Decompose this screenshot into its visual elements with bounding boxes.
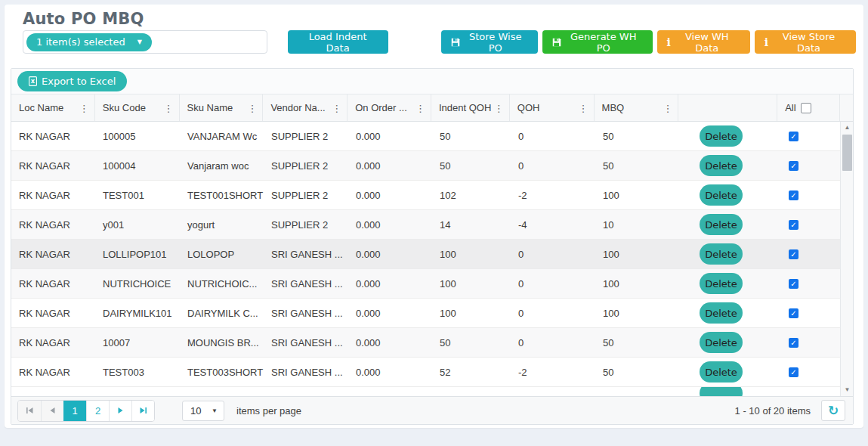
column-menu-icon[interactable]: ⋮: [663, 102, 672, 113]
pager-range-label: 1 - 10 of 20 items: [735, 405, 811, 417]
column-menu-icon[interactable]: ⋮: [579, 102, 588, 113]
column-menu-icon[interactable]: ⋮: [79, 102, 89, 113]
column-header-sku-code[interactable]: Sku Code⋮: [95, 94, 180, 121]
cell-sku-code: 10007: [95, 328, 180, 357]
store-wise-po-button[interactable]: Store Wise PO: [441, 30, 538, 54]
scrollbar-thumb[interactable]: [842, 135, 852, 171]
generate-wh-po-button[interactable]: Generate WH PO: [542, 30, 653, 54]
column-title: Loc Name: [19, 102, 63, 113]
previous-page-button[interactable]: [41, 401, 63, 421]
view-store-data-button[interactable]: i View Store Data: [755, 30, 856, 54]
delete-button[interactable]: Delete: [700, 155, 743, 176]
data-grid: x Export to Excel Loc Name⋮Sku Code⋮Sku …: [11, 68, 854, 425]
column-menu-icon[interactable]: ⋮: [164, 102, 174, 113]
table-row[interactable]: RK NAGAR10007MOUNGIS BR...SRI GANESH ...…: [11, 328, 842, 358]
scroll-up-icon[interactable]: ▲: [841, 122, 853, 134]
column-header-mbq[interactable]: MBQ⋮: [595, 94, 679, 121]
table-row[interactable]: RK NAGARDAIRYMILK101DAIRYMILK C...SRI GA…: [11, 299, 842, 328]
info-icon: i: [667, 37, 671, 48]
delete-button[interactable]: Delete: [700, 125, 743, 147]
cell-on-order: 0.000: [348, 269, 432, 298]
page-size-select[interactable]: 10 ▼: [182, 401, 224, 421]
cell-sku-name: TEST001SHORT: [180, 181, 264, 209]
first-page-button[interactable]: [18, 401, 41, 421]
view-store-data-label: View Store Data: [771, 31, 846, 54]
view-wh-data-button[interactable]: i View WH Data: [657, 30, 750, 54]
selection-pill[interactable]: 1 item(s) selected ▼: [26, 33, 152, 51]
table-row[interactable]: RK NAGARLOLLIPOP101LOLOPOPSRI GANESH ...…: [11, 240, 842, 269]
column-title: On Order ...: [355, 102, 407, 113]
cell-sku-code: 100005: [95, 122, 180, 150]
cell-sku-name: DAIRYMILK C...: [180, 299, 264, 327]
cell-sku-code: TEST003: [95, 358, 180, 386]
cell-vendor: SRI GANESH ...: [264, 299, 348, 327]
page-button-2[interactable]: 2: [86, 401, 109, 421]
column-menu-icon[interactable]: ⋮: [247, 102, 257, 113]
column-header-indent-qoh[interactable]: Indent QOH⋮: [431, 94, 510, 121]
info-icon: i: [765, 37, 768, 48]
column-menu-icon[interactable]: ⋮: [415, 102, 425, 113]
cell-sku-name: yogurt: [180, 210, 264, 239]
cell-vendor: SUPPLIER 2: [264, 151, 348, 180]
toolbar: 1 item(s) selected ▼ Load Indent Data St…: [23, 30, 856, 54]
table-row[interactable]: RK NAGARTEST003TEST003SHORTSRI GANESH ..…: [11, 358, 842, 387]
row-checkbox[interactable]: ✓: [789, 132, 798, 141]
cell-indent-qoh: 100: [432, 240, 511, 268]
row-checkbox[interactable]: ✓: [789, 279, 798, 289]
cell-mbq: 50: [595, 358, 680, 386]
cell-loc: RK NAGAR: [11, 151, 95, 180]
select-all-checkbox[interactable]: [801, 103, 811, 113]
delete-button[interactable]: Delete: [700, 332, 743, 353]
row-checkbox[interactable]: ✓: [789, 338, 798, 348]
export-to-excel-button[interactable]: x Export to Excel: [17, 71, 127, 91]
column-header-sku-name[interactable]: Sku Name⋮: [180, 94, 264, 121]
next-page-button[interactable]: [109, 401, 131, 421]
cell-qoh: -2: [511, 181, 595, 209]
cell-on-order: 0.000: [348, 328, 432, 357]
column-menu-icon[interactable]: ⋮: [494, 102, 504, 113]
export-to-excel-label: Export to Excel: [42, 76, 116, 87]
refresh-button[interactable]: ↻: [821, 400, 845, 421]
row-checkbox[interactable]: ✓: [789, 190, 798, 200]
table-row[interactable]: RK NAGARTEST001TEST001SHORTSUPPLIER 20.0…: [11, 181, 842, 210]
column-header-loc-name[interactable]: Loc Name⋮: [11, 94, 95, 121]
row-checkbox[interactable]: ✓: [789, 161, 798, 171]
delete-button[interactable]: Delete: [700, 273, 743, 294]
delete-button[interactable]: Delete: [700, 302, 743, 324]
column-menu-icon[interactable]: ⋮: [332, 102, 341, 113]
row-checkbox[interactable]: ✓: [789, 249, 798, 259]
column-header-vendor-na[interactable]: Vendor Na...⋮: [263, 94, 348, 121]
last-page-button[interactable]: [131, 401, 154, 421]
column-header-qoh[interactable]: QOH⋮: [510, 94, 595, 121]
table-row[interactable]: RK NAGARy001yogurtSUPPLIER 20.00014-410D…: [11, 210, 842, 240]
main-panel: Auto PO MBQ 1 item(s) selected ▼ Load In…: [5, 5, 863, 428]
column-header-on-order[interactable]: On Order ...⋮: [348, 94, 431, 121]
delete-button[interactable]: [700, 387, 743, 396]
cell-indent-qoh: 100: [432, 269, 511, 298]
delete-button[interactable]: Delete: [700, 361, 743, 383]
cell-qoh: 0: [511, 299, 595, 327]
vertical-scrollbar[interactable]: ▲ ▼: [840, 122, 853, 396]
cell-mbq: 10: [595, 210, 680, 239]
scroll-down-icon[interactable]: ▼: [841, 384, 853, 396]
table-row[interactable]: RK NAGAR100004Vanjaram wocSUPPLIER 20.00…: [11, 151, 842, 181]
delete-button[interactable]: Delete: [700, 243, 743, 265]
row-checkbox[interactable]: ✓: [789, 308, 798, 318]
row-checkbox[interactable]: ✓: [789, 367, 798, 377]
item-multiselect[interactable]: 1 item(s) selected ▼: [23, 30, 267, 54]
cell-loc: RK NAGAR: [11, 122, 95, 150]
column-header-select-all: All: [777, 94, 840, 121]
table-row[interactable]: RK NAGARNUTRICHOICENUTRICHOIC...SRI GANE…: [11, 269, 842, 299]
delete-button[interactable]: Delete: [700, 214, 743, 235]
column-title: Sku Name: [187, 102, 233, 113]
cell-vendor: SRI GANESH ...: [264, 269, 348, 298]
delete-button[interactable]: Delete: [700, 184, 743, 206]
cell-sku-code: LOLLIPOP101: [95, 240, 180, 268]
page-button-1[interactable]: 1: [63, 401, 86, 421]
selection-pill-label: 1 item(s) selected: [36, 36, 125, 48]
cell-qoh: 0: [511, 328, 595, 357]
table-row[interactable]: RK NAGAR100005VANJARAM WcSUPPLIER 20.000…: [11, 122, 842, 151]
load-indent-data-button[interactable]: Load Indent Data: [288, 30, 388, 54]
row-checkbox[interactable]: ✓: [789, 220, 798, 230]
load-indent-data-label: Load Indent Data: [298, 31, 378, 54]
